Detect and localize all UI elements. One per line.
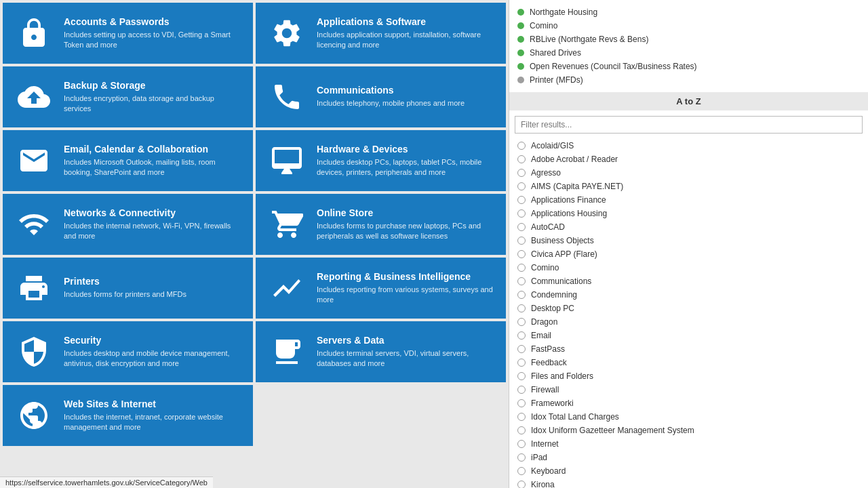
az-item[interactable]: Business Objects xyxy=(517,234,860,247)
card-desc: Includes the internal network, Wi-Fi, VP… xyxy=(64,221,242,242)
az-item[interactable]: Communications xyxy=(517,274,860,288)
sidebar: Northgate Housing Comino RBLive (Northga… xyxy=(509,0,868,488)
az-item[interactable]: Kirona xyxy=(517,478,860,488)
card-web-sites---internet[interactable]: Web Sites & Internet Includes the intern… xyxy=(3,385,253,446)
az-item[interactable]: iPad xyxy=(517,451,860,464)
az-radio xyxy=(517,440,526,448)
az-item-label: AIMS (Capita PAYE.NET) xyxy=(531,182,623,191)
az-item[interactable]: Keyboard xyxy=(517,464,860,478)
status-item-rblive--northgate-revs---bens-[interactable]: RBLive (Northgate Revs & Bens) xyxy=(517,33,860,46)
card-text: Online Store Includes forms to purchase … xyxy=(317,207,495,242)
az-item[interactable]: Idox Total Land Charges xyxy=(517,410,860,424)
az-radio xyxy=(517,223,526,231)
az-item[interactable]: AIMS (Capita PAYE.NET) xyxy=(517,180,860,193)
status-item-northgate-housing[interactable]: Northgate Housing xyxy=(517,5,860,19)
status-label: RBLive (Northgate Revs & Bens) xyxy=(530,35,648,44)
card-backup---storage[interactable]: Backup & Storage Includes encryption, da… xyxy=(3,66,253,127)
status-dot xyxy=(517,77,524,83)
az-item[interactable]: FastPass xyxy=(517,342,860,356)
az-item[interactable]: Firewall xyxy=(517,383,860,396)
card-email--calendar---collaboration[interactable]: Email, Calendar & Collaboration Includes… xyxy=(3,130,253,191)
card-desc: Includes encryption, data storage and ba… xyxy=(64,94,242,115)
az-item-label: Keyboard xyxy=(531,466,566,476)
shield-icon xyxy=(14,336,54,368)
az-item[interactable]: Internet xyxy=(517,437,860,451)
status-item-comino[interactable]: Comino xyxy=(517,19,860,33)
card-security[interactable]: Security Includes desktop and mobile dev… xyxy=(3,321,253,382)
az-item-label: Civica APP (Flare) xyxy=(531,249,597,259)
card-title: Hardware & Devices xyxy=(317,144,495,155)
az-item-label: Acolaid/GIS xyxy=(531,141,574,150)
az-item-label: AutoCAD xyxy=(531,222,565,232)
status-item-shared-drives[interactable]: Shared Drives xyxy=(517,46,860,60)
status-dot xyxy=(517,36,524,43)
az-item[interactable]: Email xyxy=(517,329,860,342)
az-radio xyxy=(517,399,526,407)
card-hardware---devices[interactable]: Hardware & Devices Includes desktop PCs,… xyxy=(256,130,506,191)
card-servers---data[interactable]: Servers & Data Includes terminal servers… xyxy=(256,321,506,382)
az-item[interactable]: Desktop PC xyxy=(517,302,860,315)
status-label: Comino xyxy=(530,21,557,30)
az-radio xyxy=(517,345,526,353)
cloud-upload-icon xyxy=(14,81,54,113)
az-item[interactable]: Idox Uniform Gazetteer Management System xyxy=(517,424,860,437)
status-label: Shared Drives xyxy=(530,48,581,58)
card-desc: Includes desktop and mobile device manag… xyxy=(64,348,242,369)
status-label: Open Revenues (Council Tax/Business Rate… xyxy=(530,62,697,71)
globe-icon xyxy=(14,399,54,432)
az-item-label: FastPass xyxy=(531,344,565,354)
card-title: Online Store xyxy=(317,207,495,218)
card-title: Servers & Data xyxy=(317,335,495,346)
az-item[interactable]: Feedback xyxy=(517,356,860,369)
az-header: A to Z xyxy=(509,92,868,110)
az-radio xyxy=(517,277,526,285)
az-radio xyxy=(517,318,526,326)
az-item[interactable]: Applications Finance xyxy=(517,193,860,207)
card-printers[interactable]: Printers Includes forms for printers and… xyxy=(3,258,253,319)
az-item-label: iPad xyxy=(531,453,547,462)
status-item-open-revenues--council-tax-business-rates-[interactable]: Open Revenues (Council Tax/Business Rate… xyxy=(517,60,860,73)
card-text: Servers & Data Includes terminal servers… xyxy=(317,335,495,369)
az-item-label: Applications Housing xyxy=(531,209,607,218)
card-text: Email, Calendar & Collaboration Includes… xyxy=(64,144,242,178)
card-desc: Includes forms to purchase new laptops, … xyxy=(317,221,495,242)
card-reporting---business-intelligence[interactable]: Reporting & Business Intelligence Includ… xyxy=(256,258,506,319)
az-item[interactable]: Acolaid/GIS xyxy=(517,139,860,152)
az-item-label: Idox Total Land Charges xyxy=(531,412,619,422)
az-item[interactable]: AutoCAD xyxy=(517,220,860,234)
az-item[interactable]: Civica APP (Flare) xyxy=(517,247,860,261)
status-label: Printer (MFDs) xyxy=(530,75,583,85)
card-communications[interactable]: Communications Includes telephony, mobil… xyxy=(256,66,506,127)
az-item[interactable]: Adobe Acrobat / Reader xyxy=(517,152,860,166)
az-radio xyxy=(517,481,526,488)
az-item[interactable]: Dragon xyxy=(517,315,860,329)
card-title: Web Sites & Internet xyxy=(64,399,242,409)
filter-input[interactable] xyxy=(515,116,863,134)
az-item-label: Files and Folders xyxy=(531,371,593,381)
card-title: Networks & Connectivity xyxy=(64,207,242,218)
card-desc: Includes telephony, mobile phones and mo… xyxy=(317,98,465,108)
az-item-label: Firewall xyxy=(531,385,559,394)
card-title: Accounts & Passwords xyxy=(64,16,242,27)
card-applications---software[interactable]: Applications & Software Includes applica… xyxy=(256,3,506,64)
az-item-label: Kirona xyxy=(531,480,555,488)
card-desc: Includes application support, installati… xyxy=(317,30,495,51)
card-accounts---passwords[interactable]: Accounts & Passwords Includes setting up… xyxy=(3,3,253,64)
az-item[interactable]: Files and Folders xyxy=(517,369,860,383)
card-title: Backup & Storage xyxy=(64,80,242,91)
status-item-printer--mfds-[interactable]: Printer (MFDs) xyxy=(517,73,860,87)
az-item-label: Condemning xyxy=(531,290,577,300)
az-item[interactable]: Applications Housing xyxy=(517,207,860,220)
card-desc: Includes Microsoft Outlook, mailing list… xyxy=(64,157,242,178)
main-content: Accounts & Passwords Includes setting up… xyxy=(0,0,509,488)
az-item[interactable]: Condemning xyxy=(517,288,860,302)
card-desc: Includes desktop PCs, laptops, tablet PC… xyxy=(317,157,495,178)
card-networks---connectivity[interactable]: Networks & Connectivity Includes the int… xyxy=(3,194,253,255)
az-item[interactable]: Agresso xyxy=(517,166,860,180)
card-text: Accounts & Passwords Includes setting up… xyxy=(64,16,242,51)
az-item[interactable]: Comino xyxy=(517,261,860,274)
az-radio xyxy=(517,453,526,462)
az-radio xyxy=(517,209,526,218)
card-online-store[interactable]: Online Store Includes forms to purchase … xyxy=(256,194,506,255)
az-item[interactable]: Frameworki xyxy=(517,396,860,410)
